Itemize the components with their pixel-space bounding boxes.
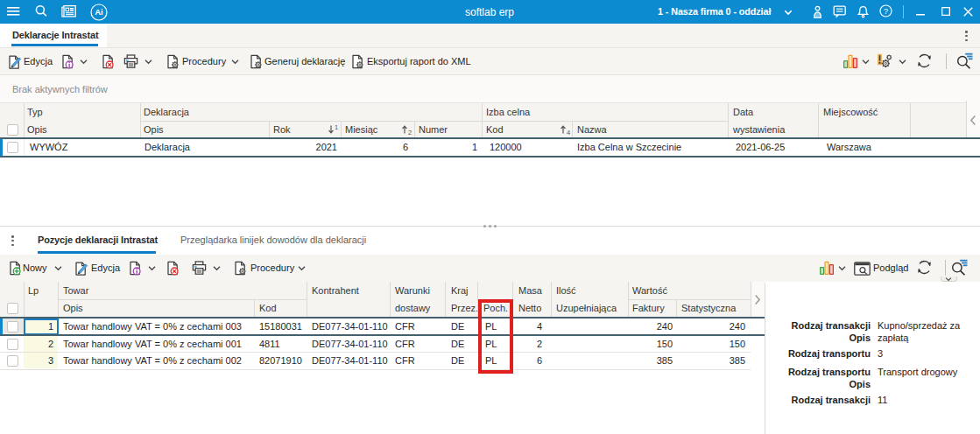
svg-text:4: 4: [567, 129, 570, 136]
svg-text:Ai: Ai: [95, 7, 103, 17]
svg-text:2: 2: [408, 129, 412, 136]
svg-text:?: ?: [884, 7, 888, 16]
svg-text:1: 1: [335, 123, 338, 131]
